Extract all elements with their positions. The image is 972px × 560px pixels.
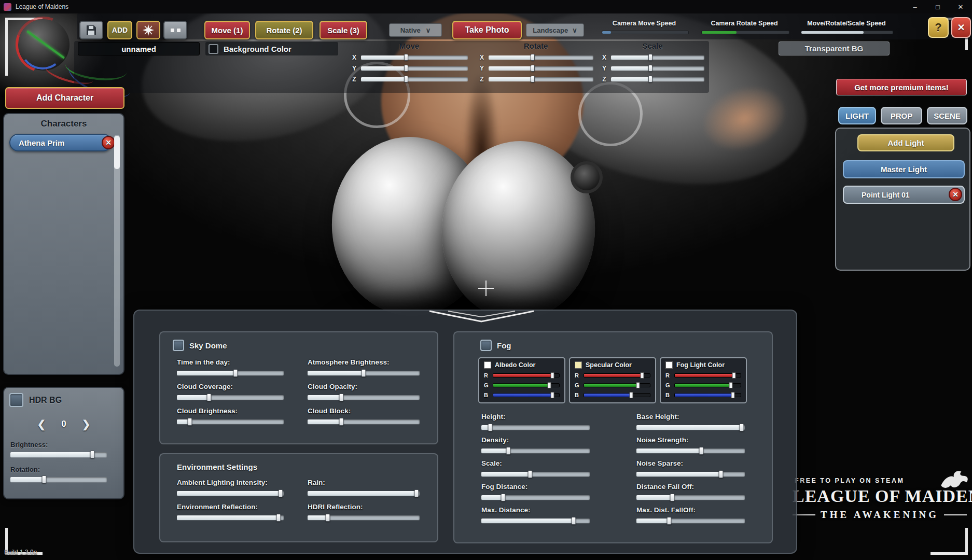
slider-label: Noise Sparse: — [636, 459, 745, 467]
move-rotate-scale-speed-slider[interactable] — [801, 31, 893, 34]
fog-noise-sparse-slider[interactable] — [636, 472, 745, 477]
more-tools-button[interactable] — [163, 21, 187, 39]
rotate-y-slider[interactable] — [489, 66, 593, 71]
hdr-prev-button[interactable]: ❮ — [37, 418, 46, 430]
fog-checkbox[interactable] — [480, 340, 492, 351]
take-photo-button[interactable]: Take Photo — [452, 21, 522, 39]
scale-mode-button[interactable]: Scale (3) — [320, 21, 367, 39]
fog-height-slider[interactable] — [481, 425, 590, 430]
effects-button[interactable] — [136, 21, 160, 39]
fog-max-distance-slider[interactable] — [481, 519, 590, 523]
collapse-panel-chevron[interactable] — [428, 309, 535, 324]
specular-color-swatch[interactable] — [575, 361, 582, 369]
premium-items-banner[interactable]: Get more premium items! — [836, 79, 967, 95]
add-character-button[interactable]: Add Character — [5, 87, 124, 109]
hdr-brightness-slider[interactable] — [10, 452, 107, 457]
add-button[interactable]: ADD — [107, 21, 132, 39]
specular-g-slider[interactable] — [584, 383, 650, 387]
hdr-bg-checkbox[interactable] — [9, 393, 23, 407]
camera-orbit-gizmo[interactable] — [15, 16, 77, 78]
sky-dome-checkbox[interactable] — [173, 340, 184, 351]
chevron-down-icon: ∨ — [426, 26, 431, 34]
fog-light-r-slider[interactable] — [674, 373, 741, 377]
fog-base-height-slider[interactable] — [636, 425, 745, 430]
photo-name-input[interactable] — [78, 42, 200, 55]
fog-noise-strength-slider[interactable] — [636, 449, 745, 453]
hdr-rotation-slider[interactable] — [10, 477, 107, 482]
cloud-opacity-slider[interactable] — [308, 395, 420, 400]
hdr-next-button[interactable]: ❯ — [82, 418, 91, 430]
fog-light-color-swatch[interactable] — [665, 361, 673, 369]
axis-label-x: X — [478, 54, 485, 61]
albedo-g-slider[interactable] — [493, 383, 560, 387]
fog-light-b-slider[interactable] — [674, 393, 741, 397]
move-z-slider[interactable] — [361, 77, 468, 81]
tab-prop[interactable]: PROP — [881, 107, 922, 124]
axis-label-z: Z — [601, 76, 608, 83]
delete-character-button[interactable]: ✕ — [102, 136, 115, 149]
maximize-button[interactable]: □ — [926, 0, 949, 13]
slider-label: Scale: — [481, 459, 590, 467]
armor-bolt — [571, 161, 603, 193]
camera-move-speed-slider[interactable] — [602, 31, 689, 34]
background-color-checkbox[interactable] — [209, 44, 218, 54]
environment-reflection-slider[interactable] — [177, 515, 284, 520]
slider-label: Max. Distance: — [481, 506, 590, 514]
hdr-bg-title: HDR BG — [29, 396, 62, 405]
rotate-mode-button[interactable]: Rotate (2) — [255, 21, 313, 39]
albedo-r-slider[interactable] — [493, 373, 560, 377]
fog-distance-falloff-slider[interactable] — [636, 495, 745, 500]
window-titlebar: League of Maidens – □ ✕ — [0, 0, 972, 13]
scale-y-slider[interactable] — [611, 66, 704, 71]
fog-density-slider[interactable] — [481, 449, 590, 453]
move-mode-button[interactable]: Move (1) — [204, 21, 250, 39]
minimize-button[interactable]: – — [904, 0, 926, 13]
help-button[interactable]: ? — [928, 17, 949, 38]
character-list-item[interactable]: Athena Prim ✕ — [9, 134, 112, 151]
axis-label-x: X — [351, 54, 358, 61]
move-y-slider[interactable] — [361, 66, 468, 71]
albedo-color-swatch[interactable] — [484, 361, 491, 369]
save-button[interactable] — [79, 21, 103, 39]
transparent-bg-button[interactable]: Transparent BG — [779, 41, 890, 55]
rain-slider[interactable] — [308, 491, 420, 496]
slider-label: Density: — [481, 436, 590, 444]
ambient-lighting-intensity-slider[interactable] — [177, 491, 284, 496]
cloud-brightness-slider[interactable] — [177, 419, 284, 424]
atmosphere-brightness-slider[interactable] — [308, 371, 420, 375]
master-light-button[interactable]: Master Light — [843, 160, 965, 178]
specular-r-slider[interactable] — [584, 373, 650, 377]
rotate-z-slider[interactable] — [489, 77, 593, 81]
characters-scrollbar[interactable] — [114, 135, 120, 367]
delete-light-button[interactable]: ✕ — [949, 188, 962, 201]
cloud-coverage-slider[interactable] — [177, 395, 284, 400]
resolution-dropdown[interactable]: Native ∨ — [389, 23, 442, 37]
rotate-x-slider[interactable] — [489, 55, 593, 60]
scene-settings-panel: Sky Dome Time in the day: Atmosphere Bri… — [133, 310, 797, 554]
close-ui-button[interactable]: ✕ — [951, 17, 971, 38]
scrollbar-thumb[interactable] — [114, 136, 120, 169]
floppy-icon — [86, 24, 97, 36]
scale-z-slider[interactable] — [611, 77, 704, 81]
slider-label: Base Height: — [636, 413, 745, 421]
time-of-day-slider[interactable] — [177, 371, 284, 375]
close-window-button[interactable]: ✕ — [949, 0, 972, 13]
cloud-block-slider[interactable] — [308, 419, 420, 424]
slider-label: Cloud Coverage: — [177, 383, 284, 390]
point-light-item[interactable]: Point Light 01 ✕ — [843, 186, 965, 204]
add-light-button[interactable]: Add Light — [857, 134, 954, 151]
move-x-slider[interactable] — [361, 55, 468, 60]
albedo-b-slider[interactable] — [493, 393, 560, 397]
fog-max-dist-falloff-slider[interactable] — [636, 519, 745, 523]
fog-scale-slider[interactable] — [481, 472, 590, 477]
specular-color-box: Specular Color R G B — [569, 357, 656, 403]
tab-scene[interactable]: SCENE — [927, 107, 967, 124]
fog-distance-slider[interactable] — [481, 495, 590, 500]
hdri-reflection-slider[interactable] — [308, 515, 420, 520]
fog-light-g-slider[interactable] — [674, 383, 741, 387]
tab-light[interactable]: LIGHT — [838, 107, 876, 124]
camera-rotate-speed-slider[interactable] — [701, 31, 789, 34]
specular-b-slider[interactable] — [584, 393, 650, 397]
scale-x-slider[interactable] — [611, 55, 704, 60]
orientation-dropdown[interactable]: Landscape ∨ — [526, 23, 584, 37]
